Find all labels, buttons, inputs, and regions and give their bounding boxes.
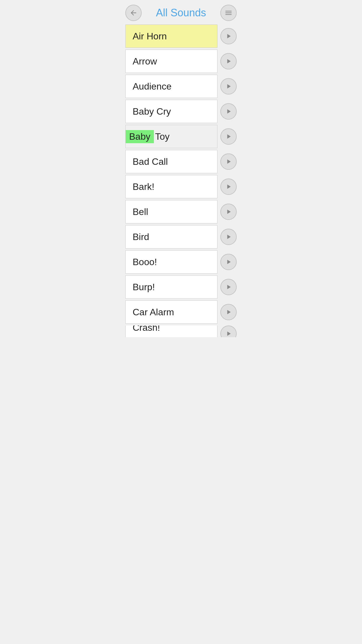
play-button-bird[interactable] [220, 229, 237, 245]
sound-item-bell[interactable]: Bell [125, 200, 217, 223]
play-button-crash[interactable] [220, 326, 237, 337]
play-button-booo[interactable] [220, 254, 237, 270]
list-item: Bird [125, 225, 237, 249]
sound-label: Burp! [133, 282, 155, 293]
play-button-car-alarm[interactable] [220, 304, 237, 320]
play-button-bell[interactable] [220, 204, 237, 220]
sound-label: Air Horn [133, 31, 167, 42]
sound-label: Baby Cry [133, 106, 171, 117]
sound-label: Bell [133, 206, 148, 217]
sound-item-booo[interactable]: Booo! [125, 250, 217, 274]
sound-item-bark[interactable]: Bark! [125, 175, 217, 198]
play-button-baby-toy[interactable] [220, 128, 237, 145]
sound-label: Audience [133, 81, 171, 92]
sound-item-air-horn[interactable]: Air Horn [125, 24, 217, 48]
sound-item-bad-call[interactable]: Bad Call [125, 150, 217, 173]
sound-label: Arrow [133, 56, 157, 67]
list-item: Baby Toy [125, 125, 237, 148]
sound-item-arrow[interactable]: Arrow [125, 50, 217, 73]
sound-label: Crash! [133, 326, 160, 333]
sound-item-audience[interactable]: Audience [125, 75, 217, 98]
header: All Sounds [121, 0, 241, 24]
list-item: Bad Call [125, 150, 237, 173]
sounds-list: Air Horn Arrow Audience Baby Cry [121, 24, 241, 339]
list-item: Booo! [125, 250, 237, 274]
sound-item-car-alarm[interactable]: Car Alarm [125, 300, 217, 324]
list-item: Bark! [125, 175, 237, 198]
play-button-bad-call[interactable] [220, 153, 237, 170]
green-highlight: Baby [126, 130, 154, 143]
sound-item-crash[interactable]: Crash! [125, 326, 217, 337]
list-item: Arrow [125, 50, 237, 73]
sound-item-baby-cry[interactable]: Baby Cry [125, 100, 217, 123]
sound-item-bird[interactable]: Bird [125, 225, 217, 249]
list-item: Audience [125, 75, 237, 98]
list-item: Car Alarm [125, 300, 237, 324]
sound-label: Toy [155, 131, 170, 142]
sound-label: Bark! [133, 181, 154, 192]
menu-button[interactable] [220, 5, 237, 21]
sound-label: Booo! [133, 257, 157, 267]
play-button-air-horn[interactable] [220, 28, 237, 44]
play-button-arrow[interactable] [220, 53, 237, 69]
play-button-baby-cry[interactable] [220, 103, 237, 120]
list-item: Crash! [125, 326, 237, 337]
sound-item-baby-toy[interactable]: Baby Toy [125, 125, 217, 148]
play-button-audience[interactable] [220, 78, 237, 94]
sound-label: Bird [133, 232, 149, 242]
list-item: Air Horn [125, 24, 237, 48]
list-item: Bell [125, 200, 237, 223]
play-button-burp[interactable] [220, 279, 237, 295]
list-item: Burp! [125, 275, 237, 299]
sound-label: Bad Call [133, 156, 168, 167]
list-item: Baby Cry [125, 100, 237, 123]
play-button-bark[interactable] [220, 178, 237, 195]
page-title: All Sounds [142, 7, 220, 19]
sound-label: Car Alarm [133, 307, 174, 318]
sound-item-burp[interactable]: Burp! [125, 275, 217, 299]
back-button[interactable] [125, 5, 142, 21]
